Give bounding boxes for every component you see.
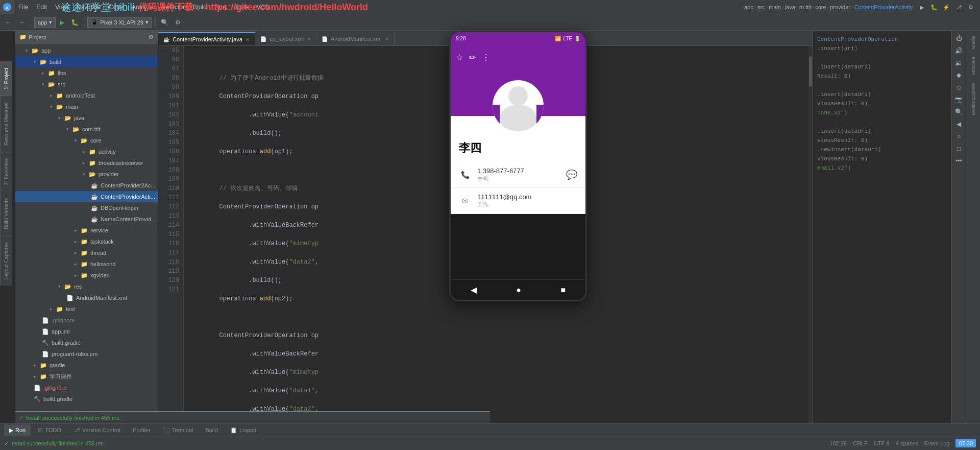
phone-edit-icon[interactable]: ✏	[469, 53, 476, 62]
menu-run[interactable]: Run	[211, 0, 230, 14]
tree-appiml[interactable]: 📄 app.iml	[15, 326, 158, 337]
menu-build[interactable]: Build	[189, 0, 211, 14]
tree-helloworld[interactable]: ▸ 📁 helloworld	[15, 258, 158, 270]
tree-contentprovideracti[interactable]: ☕ ContentProviderActi...	[15, 191, 158, 202]
tab-androidmanifest[interactable]: 📄 AndroidManifest.xml ✕	[316, 32, 395, 45]
v-label-favorites[interactable]: 2: Favorites	[0, 152, 12, 191]
breadcrumb-src[interactable]: src	[757, 4, 765, 10]
status-crlf[interactable]: CRLF	[853, 440, 868, 446]
phone-recents-btn[interactable]: ■	[561, 286, 566, 295]
tree-androidmanifest[interactable]: 📄 AndroidManifest.xml	[15, 292, 158, 303]
device-explorer-icon[interactable]: Device Explorer	[968, 80, 979, 119]
diamond-fill-icon[interactable]: ◆	[953, 69, 965, 81]
tree-java[interactable]: ▾ 📂 java	[15, 112, 158, 124]
circle-icon[interactable]: ○	[953, 131, 965, 142]
tab-close-2[interactable]: ✕	[307, 36, 311, 42]
tree-activity[interactable]: ▸ 📁 activity	[15, 146, 158, 157]
project-header-gear[interactable]: ⚙	[149, 34, 154, 40]
tree-provider[interactable]: ▾ 📂 provider	[15, 169, 158, 180]
menu-vcs[interactable]: VCS	[253, 0, 274, 14]
tree-res[interactable]: ▾ 📂 res	[15, 281, 158, 292]
menu-view[interactable]: View	[51, 0, 72, 14]
tree-app[interactable]: ▾ 📂 app	[15, 45, 158, 56]
device-dropdown[interactable]: 📱 Pixel 3 XL API 29 ▾	[87, 17, 152, 28]
tree-dbopenhelper[interactable]: ☕ DBOpenHelper	[15, 202, 158, 214]
tree-buildgradle-root[interactable]: 🔨 build.gradle	[15, 393, 158, 405]
editor-scrollbar-thumb[interactable]	[809, 56, 812, 87]
tree-buildgradle1[interactable]: 🔨 build.gradle	[15, 337, 158, 348]
status-tab-build[interactable]: Build	[200, 424, 223, 436]
tree-src[interactable]: ▾ 📂 src	[15, 79, 158, 90]
status-tab-todo[interactable]: ☑ TODO	[33, 424, 66, 436]
status-tab-logcat[interactable]: 📋 Logcat	[225, 424, 261, 436]
status-tab-terminal[interactable]: ⬛ Terminal	[158, 424, 199, 436]
run-config-icon[interactable]: ▶	[917, 2, 927, 12]
status-indent[interactable]: 4 spaces	[896, 440, 918, 446]
tab-close-3[interactable]: ✕	[385, 36, 389, 42]
tab-cplayout[interactable]: 📄 cp_layout.xml ✕	[255, 32, 316, 45]
tree-core[interactable]: ▾ 📂 core	[15, 135, 158, 146]
tree-service[interactable]: ▸ 📁 service	[15, 225, 158, 236]
phone-number-value[interactable]: 1 398-877-6777	[477, 167, 560, 175]
phone-star-icon[interactable]: ☆	[456, 53, 463, 62]
tab-close-1[interactable]: ✕	[246, 37, 250, 42]
breadcrumb-provider[interactable]: provider	[830, 4, 850, 10]
tree-xgvideo[interactable]: ▸ 📁 xgvideo	[15, 270, 158, 281]
tree-contentprovider2ac[interactable]: ☕ ContentProvider2Ac...	[15, 180, 158, 191]
v-label-build-variants[interactable]: Build Variants	[0, 192, 12, 235]
tree-test[interactable]: ▸ 📁 test	[15, 303, 158, 315]
v-label-resource-manager[interactable]: Resource Manager	[0, 96, 12, 152]
menu-file[interactable]: File	[14, 0, 32, 14]
tree-namecontentprovid[interactable]: ☕ NameContentProvid...	[15, 214, 158, 225]
status-tab-profiler[interactable]: Profiler	[128, 424, 156, 436]
camera-icon[interactable]: 📷	[953, 94, 965, 105]
back-arrow-icon[interactable]: ◀	[953, 119, 965, 130]
breadcrumb-app[interactable]: app	[744, 4, 753, 10]
menu-tools[interactable]: Tools	[230, 0, 253, 14]
back-btn[interactable]: ←	[2, 16, 14, 29]
square-icon[interactable]: □	[953, 143, 965, 154]
tree-gitignore-root[interactable]: 📄 .gitignore	[15, 382, 158, 393]
phone-home-btn[interactable]: ●	[516, 286, 521, 295]
forward-btn[interactable]: →	[15, 16, 28, 29]
breadcrumb-class[interactable]: ContentProviderActivity	[854, 4, 913, 10]
status-time[interactable]: 07:30	[955, 439, 976, 447]
menu-code[interactable]: Code	[105, 0, 128, 14]
tab-contentprovideractivity[interactable]: ☕ ContentProviderActivity.java ✕	[158, 32, 255, 45]
editor-scrollbar[interactable]	[808, 46, 813, 438]
breadcrumb-core[interactable]: core	[815, 4, 826, 10]
status-eventlog[interactable]: Event Log	[924, 440, 950, 446]
phone-back-btn[interactable]: ◀	[471, 285, 477, 295]
phone-more-icon[interactable]: ⋮	[482, 53, 490, 62]
power-icon[interactable]: ⏻	[953, 33, 965, 44]
tree-xuexikejian[interactable]: ▸ 📁 学习课件	[15, 371, 158, 382]
tree-gradle[interactable]: ▸ 📁 gradle	[15, 360, 158, 371]
status-charset[interactable]: UTF-8	[874, 440, 890, 446]
tree-broadcastreceiver[interactable]: ▸ 📁 broadcastreceiver	[15, 157, 158, 169]
volume-down-icon[interactable]: 🔉	[953, 57, 965, 68]
phone-sms-icon[interactable]: 💬	[566, 169, 577, 180]
diamond-icon[interactable]: ◇	[953, 82, 965, 93]
tree-thread[interactable]: ▸ 📁 thread	[15, 247, 158, 258]
settings-icon[interactable]: ⚙	[966, 2, 976, 12]
settings-btn[interactable]: ⚙	[172, 16, 184, 29]
v-label-project[interactable]: 1: Project	[0, 61, 12, 96]
tree-gitignore1[interactable]: 📄 .gitignore	[15, 315, 158, 326]
gradle-panel-icon[interactable]: Gradle	[968, 33, 979, 53]
tree-build[interactable]: ▾ 📂 build	[15, 56, 158, 67]
debug-btn[interactable]: 🐛	[68, 16, 81, 29]
profile-icon[interactable]: ⚡	[941, 2, 951, 12]
structure-panel-icon[interactable]: Structure	[968, 54, 979, 79]
status-position[interactable]: 102:26	[829, 440, 847, 446]
tree-main[interactable]: ▾ 📂 main	[15, 101, 158, 112]
menu-analyze[interactable]: Analyze	[128, 0, 158, 14]
volume-up-icon[interactable]: 🔊	[953, 45, 965, 56]
v-label-layout-captures[interactable]: Layout Captures	[0, 235, 12, 286]
breadcrumb-java[interactable]: java	[785, 4, 795, 10]
tree-proguard[interactable]: 📄 proguard-rules.pro	[15, 348, 158, 360]
tree-libs[interactable]: ▸ 📁 libs	[15, 67, 158, 79]
tree-comttit[interactable]: ▾ 📂 com.ttit	[15, 124, 158, 135]
status-tab-vcs[interactable]: ⎇ Version Control	[68, 424, 126, 436]
tree-androidtest[interactable]: ▸ 📁 androidTest	[15, 90, 158, 101]
status-tab-run[interactable]: ▶ Run	[4, 424, 31, 436]
